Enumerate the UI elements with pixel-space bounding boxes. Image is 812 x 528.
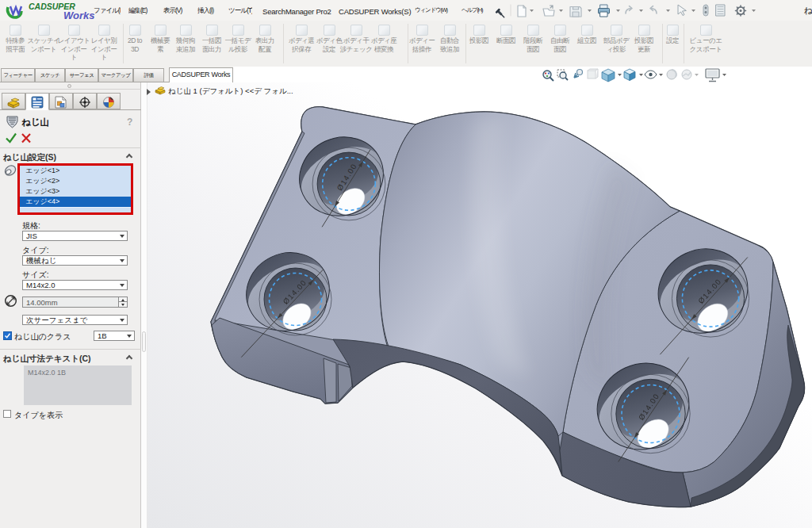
svg-text:ね: ね (804, 6, 812, 15)
svg-text:Works: Works (63, 10, 95, 21)
